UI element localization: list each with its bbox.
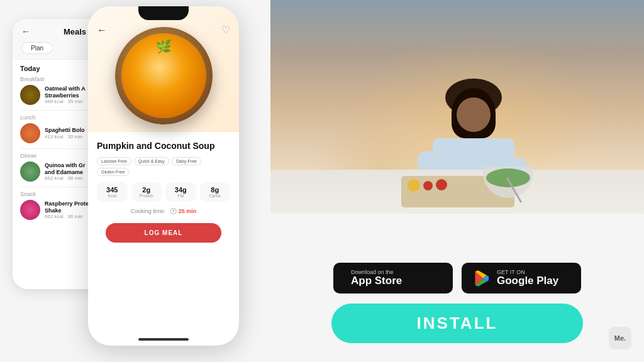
cooking-time: Cooking time: 🕐 25 min bbox=[97, 208, 230, 214]
fat-value: 34g bbox=[168, 186, 194, 194]
recipe-nutrition: 345 Kcal 2g Protein 34g Fat 8g Carbs bbox=[97, 182, 230, 202]
nutrition-carbs: 8g Carbs bbox=[200, 182, 231, 202]
install-button[interactable]: INSTALL bbox=[331, 304, 583, 343]
tag-lactose-free: Lactose Free bbox=[97, 157, 131, 165]
store-buttons: Download on the App Store GET IT ON Goog… bbox=[333, 263, 581, 293]
nutrition-fat: 34g Fat bbox=[165, 182, 196, 202]
kcal-value: 345 bbox=[99, 186, 125, 194]
cooking-time-value: 🕐 25 min bbox=[170, 208, 196, 214]
plan-tab[interactable]: Plan bbox=[21, 42, 53, 54]
protein-value: 2g bbox=[134, 186, 160, 194]
carbs-label: Carbs bbox=[203, 194, 228, 198]
phone-notch bbox=[138, 6, 189, 20]
google-play-large-text: Google Play bbox=[497, 275, 558, 287]
nutrition-protein: 2g Protein bbox=[131, 182, 162, 202]
left-section: ← Meals i Plan Today Breakfast Oatmeal w… bbox=[0, 0, 270, 362]
recipe-tags: Lactose Free Quick & Easy Dairy-Free Glu… bbox=[97, 157, 230, 176]
recipe-content: Pumpkin and Coconut Soup Lactose Free Qu… bbox=[88, 132, 239, 243]
meal-thumbnail bbox=[20, 200, 40, 220]
carbs-value: 8g bbox=[203, 186, 228, 194]
app-store-large-text: App Store bbox=[351, 275, 402, 287]
meal-thumbnail bbox=[20, 123, 40, 143]
google-play-button[interactable]: GET IT ON Google Play bbox=[462, 263, 581, 293]
tag-gluten-free: Gluten-Free bbox=[97, 168, 129, 176]
kcal-label: Kcal bbox=[99, 194, 125, 198]
app-store-button[interactable]: Download on the App Store bbox=[333, 263, 453, 293]
tag-quick-easy: Quick & Easy bbox=[134, 157, 169, 165]
recipe-title: Pumpkin and Coconut Soup bbox=[97, 141, 230, 151]
fat-label: Fat bbox=[168, 194, 194, 198]
log-meal-button[interactable]: LOG MEAL bbox=[106, 223, 221, 243]
nutrition-kcal: 345 Kcal bbox=[97, 182, 128, 202]
back-arrow-icon[interactable]: ← bbox=[21, 26, 30, 36]
me-badge: Me. bbox=[609, 327, 631, 349]
protein-label: Protein bbox=[134, 194, 160, 198]
phone-home-bar bbox=[138, 338, 189, 341]
tag-dairy-free: Dairy-Free bbox=[172, 157, 201, 165]
cooking-photo bbox=[270, 0, 644, 214]
recipe-back-icon[interactable]: ← bbox=[97, 25, 107, 36]
recipe-image-area: ← ♡ 🌿 🌱 bbox=[88, 6, 239, 132]
meals-title: Meals bbox=[64, 27, 86, 36]
meal-thumbnail bbox=[20, 85, 40, 105]
meal-thumbnail bbox=[20, 162, 40, 182]
recipe-heart-icon[interactable]: ♡ bbox=[221, 24, 230, 36]
google-play-icon bbox=[473, 270, 491, 287]
phone-foreground: ← ♡ 🌿 🌱 Pumpkin and Coconut Soup Lactose… bbox=[88, 6, 239, 346]
right-section: Download on the App Store GET IT ON Goog… bbox=[270, 0, 644, 362]
